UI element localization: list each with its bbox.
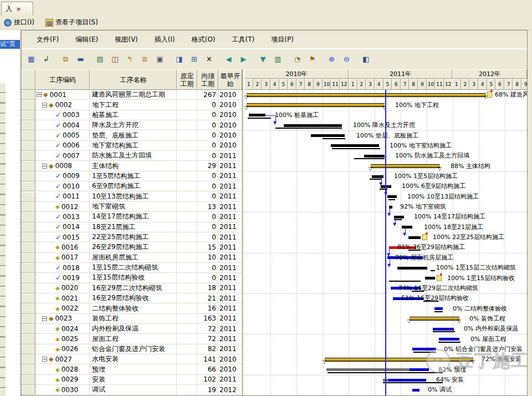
remain-duration-cell[interactable]: 72	[197, 324, 218, 334]
orig-duration-cell[interactable]	[177, 364, 197, 374]
early-start-cell[interactable]: 2011	[218, 151, 242, 161]
forward-icon[interactable]: ▶	[238, 53, 249, 65]
task-row[interactable]: ◆0012地下室砌筑132011	[22, 202, 242, 212]
task-name-cell[interactable]: 安装	[90, 375, 177, 385]
gantt-progress-bar[interactable]	[387, 195, 397, 198]
task-name-cell[interactable]: 降水及土方开挖	[90, 120, 177, 130]
row-header-cell[interactable]	[22, 110, 35, 120]
remain-duration-cell[interactable]: 72	[197, 334, 218, 344]
gantt-baseline-bar[interactable]	[434, 311, 443, 312]
gantt-baseline-bar[interactable]	[354, 158, 385, 159]
task-name-cell[interactable]: 内外粉刷及保温	[90, 324, 177, 334]
task-code-cell[interactable]: ✓0019	[35, 273, 90, 283]
insert-row-icon[interactable]: ⊞	[188, 53, 200, 65]
gantt-actual-bar[interactable]	[326, 368, 410, 371]
document-tab[interactable]: 入 ×	[1, 2, 33, 16]
orig-duration-cell[interactable]	[177, 253, 197, 263]
orig-duration-cell[interactable]	[177, 141, 197, 151]
task-row[interactable]: ✓001522至25层结构施工02011	[22, 232, 242, 242]
early-start-cell[interactable]: 2011	[218, 171, 242, 181]
remain-duration-cell[interactable]: 0	[197, 222, 218, 232]
task-code-cell[interactable]: −◆0027	[35, 354, 90, 364]
row-header-cell[interactable]	[22, 364, 35, 374]
remain-duration-cell[interactable]: 0	[197, 181, 218, 191]
early-start-cell[interactable]: 2010	[218, 364, 242, 374]
remain-duration-cell[interactable]: 0	[197, 171, 218, 181]
gantt-progress-bar[interactable]	[284, 124, 342, 127]
task-name-cell[interactable]: 建造风荷丽景二期总工期	[90, 90, 177, 100]
task-code-cell[interactable]: ✓0018	[35, 263, 90, 273]
menu-item[interactable]: 工具(T)	[224, 32, 263, 47]
early-start-cell[interactable]: 2011	[218, 222, 242, 232]
task-row[interactable]: ✓001314至17层结构施工02011	[22, 212, 242, 222]
task-code-cell[interactable]: ◆0029	[35, 375, 90, 385]
task-code-cell[interactable]: ✓0014	[35, 222, 90, 232]
early-start-cell[interactable]: 2011	[218, 273, 242, 283]
task-name-cell[interactable]: 14至17层结构施工	[90, 212, 177, 222]
gantt-remaining-bar[interactable]	[412, 389, 420, 392]
task-code-cell[interactable]: ✓0005	[35, 130, 90, 140]
menu-item[interactable]: 插入(I)	[146, 32, 183, 47]
remain-duration-cell[interactable]: 15	[197, 242, 218, 252]
gantt-summary-bar[interactable]	[325, 358, 473, 362]
table-icon[interactable]: ▤	[94, 53, 106, 65]
task-name-cell[interactable]: 预埋	[90, 364, 177, 374]
orig-duration-cell[interactable]	[177, 263, 197, 273]
back-icon[interactable]: ◀	[223, 53, 234, 65]
gantt-progress-bar[interactable]	[408, 236, 421, 239]
orig-duration-cell[interactable]	[177, 192, 197, 202]
remain-duration-cell[interactable]: 0	[197, 273, 218, 283]
task-row[interactable]: ✓001110至13层结构施工02011	[22, 192, 242, 202]
orig-duration-cell[interactable]	[177, 232, 197, 242]
task-row[interactable]: ✓00091至5层结构施工02011	[22, 171, 242, 181]
gantt-baseline-bar[interactable]	[431, 270, 435, 271]
task-name-cell[interactable]: 1至15层二次结构砌筑	[90, 263, 177, 273]
task-name-cell[interactable]: 主体结构	[90, 161, 177, 171]
task-code-cell[interactable]: −◆0002	[35, 100, 90, 110]
orig-duration-cell[interactable]	[177, 354, 197, 364]
gantt-baseline-bar[interactable]	[323, 138, 345, 139]
task-row[interactable]: ◆0029安装1022011	[22, 375, 242, 385]
orig-duration-cell[interactable]	[177, 242, 197, 252]
save-icon[interactable]: ◧	[360, 53, 372, 65]
header-col-code[interactable]: 工序编码	[35, 69, 90, 90]
row-header-cell[interactable]	[22, 130, 35, 140]
header-col-name[interactable]: 工序名称	[90, 69, 177, 90]
task-row[interactable]: ✓0005垫层、底板施工02010	[22, 130, 242, 140]
row-header-cell[interactable]	[22, 303, 35, 313]
remain-duration-cell[interactable]: 0	[197, 100, 218, 110]
row-header-cell[interactable]	[22, 263, 35, 273]
task-name-cell[interactable]: 垫层、底板施工	[90, 130, 177, 140]
menu-item[interactable]: 视图(V)	[106, 32, 146, 47]
orig-duration-cell[interactable]	[177, 181, 197, 191]
remain-duration-cell[interactable]: 16	[197, 303, 218, 313]
gantt-progress-bar[interactable]	[402, 226, 412, 229]
orig-duration-cell[interactable]	[177, 283, 197, 293]
gantt-baseline-bar[interactable]	[332, 148, 380, 149]
task-name-cell[interactable]: 26至29层结构施工	[90, 242, 177, 252]
task-row[interactable]: ✓001418至21层施工02011	[22, 222, 242, 232]
remain-duration-cell[interactable]: 267	[197, 90, 218, 100]
orig-duration-cell[interactable]	[177, 334, 197, 344]
remain-duration-cell[interactable]: 0	[197, 151, 218, 161]
task-code-cell[interactable]: ◆0012	[35, 202, 90, 212]
remain-duration-cell[interactable]: 18	[197, 283, 218, 293]
orig-duration-cell[interactable]	[177, 273, 197, 283]
gantt-remaining-bar[interactable]	[412, 348, 436, 351]
row-header-cell[interactable]	[22, 171, 35, 181]
task-code-cell[interactable]: −◆0008	[35, 161, 90, 171]
early-start-cell[interactable]: 2011	[218, 263, 242, 273]
early-start-cell[interactable]: 2011	[218, 253, 242, 263]
task-name-cell[interactable]: 1至5层结构施工	[90, 171, 177, 181]
collapse-expand-box[interactable]: −	[37, 92, 42, 97]
remain-duration-cell[interactable]: 82	[197, 344, 218, 354]
gantt-baseline-bar[interactable]	[438, 342, 461, 343]
row-header-cell[interactable]	[22, 314, 35, 324]
early-start-cell[interactable]: 2011	[218, 314, 242, 324]
gantt-baseline-bar[interactable]	[413, 352, 436, 353]
row-header-cell[interactable]	[22, 100, 35, 110]
task-code-cell[interactable]: ✓0003	[35, 110, 90, 120]
early-start-cell[interactable]: 2010	[218, 130, 242, 140]
orig-duration-cell[interactable]	[177, 171, 197, 181]
gantt-remaining-bar[interactable]	[388, 379, 426, 382]
